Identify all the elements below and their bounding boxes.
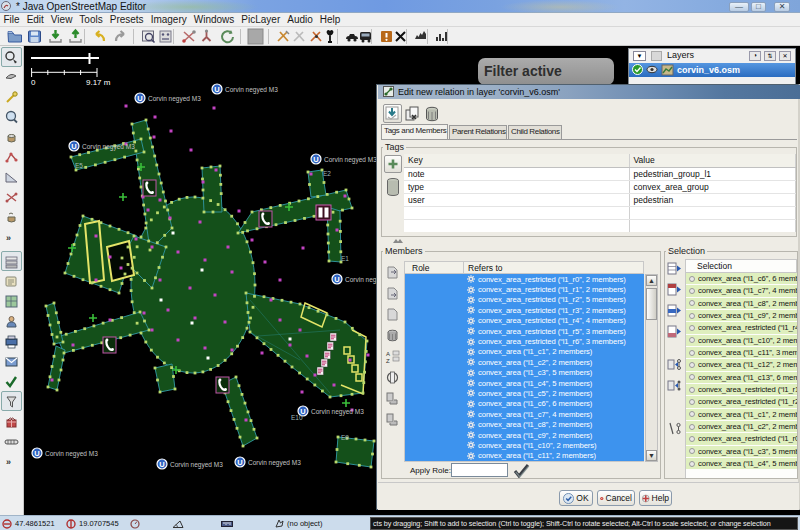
svg-text:Corvin negyed M3: Corvin negyed M3 [225,86,278,94]
svg-text:Corvin negyed M3: Corvin negyed M3 [148,95,201,103]
svg-text:E5: E5 [75,162,83,169]
svg-text:E9: E9 [341,434,349,441]
svg-text:0: 0 [31,78,36,87]
svg-text:Corvin negyed M3: Corvin negyed M3 [45,450,98,458]
svg-text:Corvin negyed M3: Corvin negyed M3 [324,156,377,164]
svg-text:E2: E2 [323,170,331,177]
svg-text:E1: E1 [341,255,349,262]
svg-text:Corvin negyed M3: Corvin negyed M3 [248,459,301,467]
svg-text:E10: E10 [291,414,303,421]
svg-text:U: U [237,458,242,467]
svg-text:»: » [6,457,11,467]
svg-text:Z: Z [386,358,390,364]
svg-text:Corvin negyed M3: Corvin negyed M3 [311,408,364,416]
svg-text:U: U [34,449,39,458]
svg-text:»: » [6,233,11,243]
svg-text:9.17 m: 9.17 m [86,78,111,87]
svg-text:U: U [71,142,76,151]
svg-text:U: U [137,94,142,103]
svg-text:U: U [313,155,318,164]
svg-text:Corvin negyed M3: Corvin negyed M3 [170,461,223,469]
svg-text:U: U [159,460,164,469]
svg-text:Corvin negyed M3: Corvin negyed M3 [82,143,135,151]
svg-text:U: U [334,275,339,284]
svg-text:A: A [386,351,390,357]
svg-text:U: U [214,85,219,94]
